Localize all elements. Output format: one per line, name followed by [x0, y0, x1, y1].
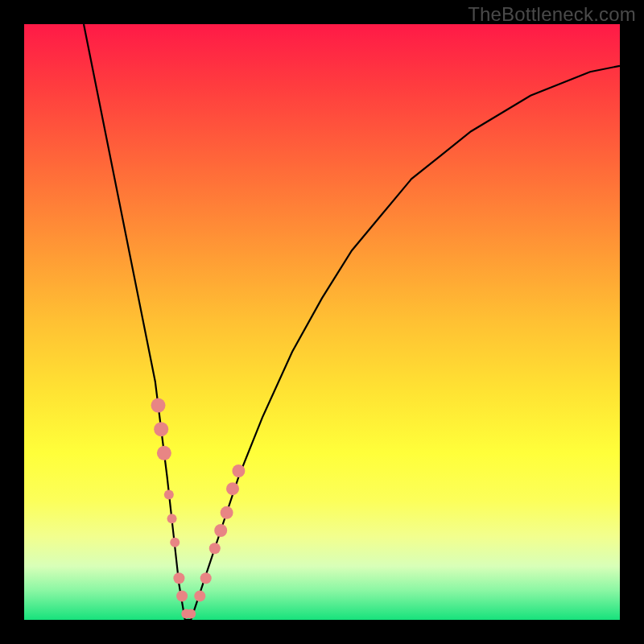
curve-marker — [232, 464, 245, 477]
bottleneck-curve-path — [84, 24, 620, 620]
curve-marker — [194, 590, 205, 601]
curve-marker — [151, 398, 166, 413]
curve-marker — [209, 543, 221, 554]
curve-marker — [157, 446, 171, 460]
curve-marker — [167, 514, 177, 523]
chart-svg — [24, 24, 620, 620]
marker-group — [151, 398, 246, 619]
curve-marker — [154, 422, 168, 436]
curve-marker — [221, 506, 233, 519]
curve-marker — [226, 482, 239, 495]
watermark-text: TheBottleneck.com — [468, 3, 636, 26]
chart-frame: TheBottleneck.com — [0, 0, 644, 644]
curve-marker — [186, 609, 196, 619]
curve-marker — [164, 490, 174, 500]
curve-marker — [173, 572, 184, 584]
curve-marker — [214, 524, 227, 537]
chart-plot-area — [24, 24, 620, 620]
curve-marker — [176, 590, 188, 601]
curve-marker — [200, 572, 212, 584]
curve-marker — [170, 538, 180, 547]
